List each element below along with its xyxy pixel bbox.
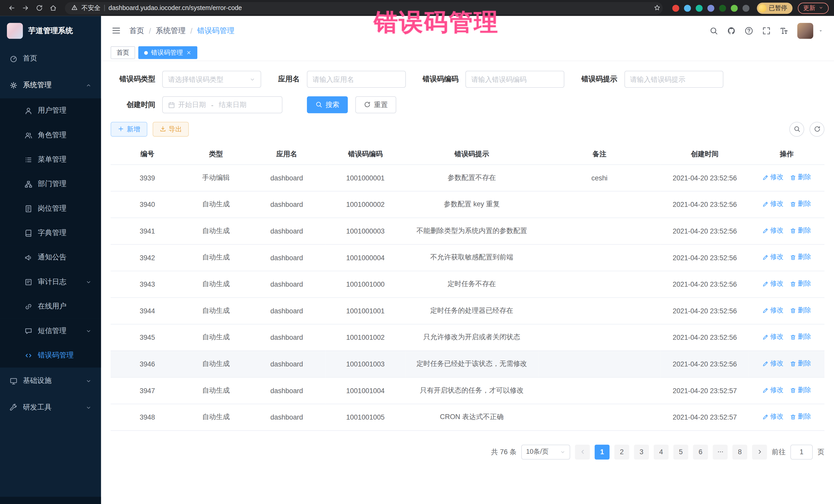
error-code-input[interactable] [471, 75, 558, 83]
edit-link[interactable]: 修改 [762, 359, 784, 368]
sidebar-item-notice[interactable]: 通知公告 [0, 245, 101, 270]
table-cell: dashboard [248, 218, 326, 244]
add-button[interactable]: 新增 [111, 122, 147, 137]
export-button[interactable]: 导出 [152, 122, 189, 137]
sidebar-item-dict[interactable]: 字典管理 [0, 221, 101, 245]
pager-page-button[interactable]: 4 [654, 444, 668, 459]
search-icon[interactable] [709, 26, 718, 35]
extension-puzzle-icon[interactable] [742, 5, 749, 12]
sidebar-item-home[interactable]: 首页 [0, 45, 101, 72]
sidebar-item-system[interactable]: 系统管理 [0, 72, 101, 98]
error-type-select[interactable] [162, 71, 261, 88]
delete-link[interactable]: 删除 [790, 306, 811, 315]
search-button[interactable]: 搜索 [307, 96, 348, 113]
sidebar-item-errorcode[interactable]: 错误码管理 [0, 343, 101, 368]
error-type-input[interactable] [168, 75, 246, 83]
sidebar-item-tool[interactable]: 研发工具 [0, 394, 101, 421]
extension-record-icon[interactable] [672, 5, 679, 12]
edit-link[interactable]: 修改 [762, 386, 784, 395]
browser-forward-icon[interactable] [19, 2, 32, 14]
delete-link[interactable]: 删除 [790, 173, 811, 182]
delete-link[interactable]: 删除 [790, 386, 811, 395]
update-button[interactable]: 更新 [798, 2, 829, 14]
edit-link[interactable]: 修改 [762, 412, 784, 421]
page-size-select[interactable]: 10条/页 [521, 444, 570, 459]
delete-link[interactable]: 删除 [790, 253, 811, 262]
tab-error-code[interactable]: 错误码管理 [138, 46, 197, 59]
sidebar-item-sms[interactable]: 短信管理 [0, 319, 101, 343]
tab-home[interactable]: 首页 [111, 46, 135, 59]
pager-page-button[interactable]: 5 [673, 444, 688, 459]
table-cell: 3948 [111, 404, 184, 430]
help-icon[interactable] [745, 26, 753, 35]
app-name-input[interactable] [312, 75, 400, 83]
date-range-picker[interactable]: 开始日期 - 结束日期 [162, 96, 282, 113]
sidebar-item-post[interactable]: 岗位管理 [0, 196, 101, 221]
fullscreen-icon[interactable] [762, 26, 771, 35]
error-hint-input[interactable] [630, 75, 717, 83]
table-row: 3944自动生成dashboard1001001001定时任务的处理器已经存在2… [111, 298, 825, 324]
sidebar-item-user[interactable]: 用户管理 [0, 98, 101, 123]
browser-reload-icon[interactable] [33, 2, 46, 14]
delete-link[interactable]: 删除 [790, 280, 811, 288]
delete-link[interactable]: 删除 [790, 412, 811, 421]
sidebar-collapse-bar[interactable] [0, 497, 101, 504]
edit-link[interactable]: 修改 [762, 280, 784, 288]
delete-link[interactable]: 删除 [790, 333, 811, 342]
sidebar-item-role[interactable]: 角色管理 [0, 123, 101, 147]
reset-button[interactable]: 重置 [355, 96, 396, 113]
sidebar-item-infra[interactable]: 基础设施 [0, 368, 101, 394]
breadcrumb-item[interactable]: 系统管理 [156, 26, 185, 36]
extension-leaf-icon[interactable] [730, 5, 738, 12]
browser-address-bar[interactable]: 不安全 dashboard.yudao.iocoder.cn/system/er… [65, 2, 663, 14]
edit-link[interactable]: 修改 [762, 200, 784, 209]
sidebar-item-dept[interactable]: 部门管理 [0, 172, 101, 196]
delete-link[interactable]: 删除 [790, 226, 811, 235]
app-logo[interactable]: 芋道管理系统 [0, 16, 101, 45]
browser-back-icon[interactable] [5, 2, 18, 14]
tab-close-icon[interactable] [186, 50, 192, 56]
bookmark-star-icon[interactable] [653, 4, 660, 12]
edit-link[interactable]: 修改 [762, 306, 784, 315]
table-cell: 自动生成 [184, 218, 248, 244]
edit-link[interactable]: 修改 [762, 253, 784, 262]
menu-toggle-icon[interactable] [112, 26, 120, 35]
pager-goto-input[interactable] [790, 444, 813, 459]
app-name-field[interactable] [307, 71, 406, 88]
sidebar-item-audit[interactable]: 审计日志 [0, 270, 101, 294]
pager-prev-button[interactable] [575, 444, 590, 459]
pager-next-button[interactable] [752, 444, 767, 459]
refresh-table-button[interactable] [810, 122, 825, 137]
edit-link[interactable]: 修改 [762, 226, 784, 235]
pager-page-button[interactable]: 8 [732, 444, 747, 459]
extension-grid-icon[interactable] [707, 5, 714, 12]
sidebar-item-menu[interactable]: 菜单管理 [0, 147, 101, 172]
error-hint-field[interactable] [624, 71, 723, 88]
extension-on-icon[interactable] [719, 5, 726, 12]
edit-link[interactable]: 修改 [762, 173, 784, 182]
toggle-search-button[interactable] [789, 122, 804, 137]
pager-more-button[interactable] [712, 444, 727, 459]
breadcrumb-item[interactable]: 首页 [129, 26, 144, 36]
extension-drop-icon[interactable] [684, 5, 690, 12]
sidebar-item-online[interactable]: 在线用户 [0, 294, 101, 319]
delete-link[interactable]: 删除 [790, 200, 811, 209]
font-size-icon[interactable] [780, 26, 788, 35]
pager-page-button[interactable]: 3 [634, 444, 649, 459]
column-header: 编号 [111, 144, 184, 165]
plus-icon [117, 126, 124, 133]
github-icon[interactable] [727, 26, 736, 35]
update-button-label: 更新 [803, 4, 815, 12]
avatar-caret-down-icon[interactable] [818, 28, 824, 34]
breadcrumb-item[interactable]: 错误码管理 [197, 26, 235, 36]
pager-page-button[interactable]: 6 [693, 444, 708, 459]
edit-link[interactable]: 修改 [762, 333, 784, 342]
browser-home-icon[interactable] [47, 2, 60, 14]
pager-page-button[interactable]: 1 [595, 444, 610, 459]
user-avatar[interactable] [797, 23, 813, 39]
error-code-field[interactable] [465, 71, 565, 88]
extension-check-icon[interactable] [696, 5, 702, 12]
pager-page-button[interactable]: 2 [614, 444, 629, 459]
delete-link[interactable]: 删除 [790, 359, 811, 368]
paused-badge[interactable]: 已暂停 [756, 2, 792, 14]
